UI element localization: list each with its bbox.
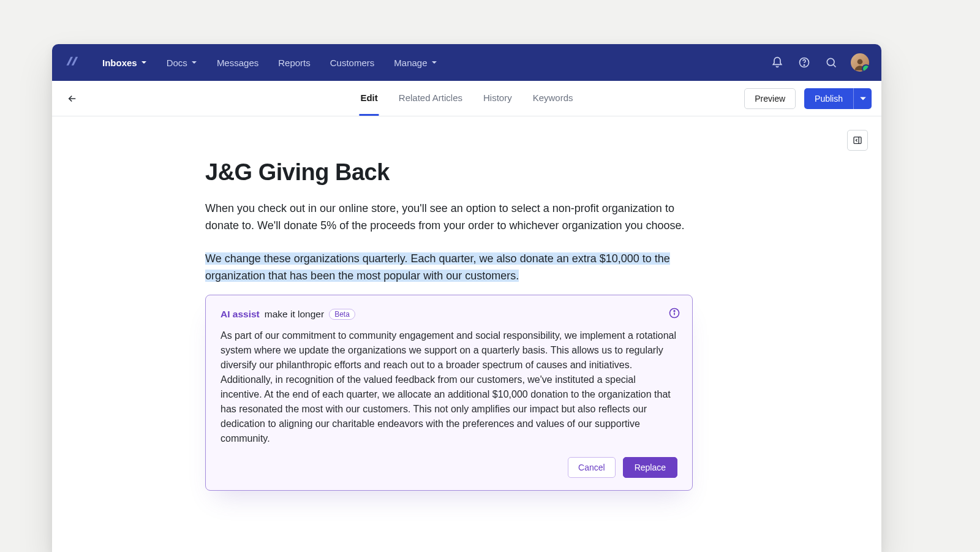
ai-replace-button[interactable]: Replace [623, 457, 677, 478]
bell-icon [771, 56, 783, 69]
publish-split-button: Publish [804, 88, 872, 109]
search-button[interactable] [820, 51, 842, 74]
help-icon [798, 56, 810, 69]
document-title[interactable]: J&G Giving Back [205, 159, 728, 186]
document-paragraph[interactable]: When you check out in our online store, … [205, 200, 695, 235]
top-nav: Inboxes Docs Messages Reports Customers … [52, 44, 881, 81]
tab-history[interactable]: History [482, 81, 513, 116]
beta-badge: Beta [329, 309, 355, 320]
search-icon [825, 56, 837, 69]
nav-label: Docs [167, 58, 187, 68]
ai-cancel-button[interactable]: Cancel [568, 457, 616, 478]
nav-item-manage[interactable]: Manage [386, 54, 444, 72]
ai-assist-header: AI assist make it longer Beta [221, 309, 677, 320]
svg-rect-4 [854, 137, 861, 144]
person-icon [852, 56, 868, 72]
toggle-side-panel-button[interactable] [847, 130, 868, 151]
panel-collapse-icon [853, 135, 862, 145]
publish-dropdown-toggle[interactable] [853, 88, 872, 109]
ai-info-button[interactable] [668, 306, 681, 320]
nav-item-customers[interactable]: Customers [323, 54, 382, 72]
svg-point-2 [827, 58, 834, 66]
nav-item-inboxes[interactable]: Inboxes [95, 54, 154, 72]
nav-label: Reports [278, 58, 311, 68]
nav-item-docs[interactable]: Docs [159, 54, 205, 72]
ai-assist-panel: AI assist make it longer Beta As part of… [205, 295, 693, 491]
tab-related-articles[interactable]: Related Articles [398, 81, 464, 116]
nav-item-messages[interactable]: Messages [209, 54, 266, 72]
ai-assist-prompt: make it longer [265, 309, 324, 320]
chevron-down-icon [431, 59, 437, 66]
editor-tabs: Edit Related Articles History Keywords [359, 81, 574, 116]
nav-label: Customers [330, 58, 375, 68]
notifications-button[interactable] [766, 51, 788, 74]
ai-assist-label: AI assist [221, 309, 260, 320]
tab-keywords[interactable]: Keywords [532, 81, 575, 116]
toolbar-actions: Preview Publish [744, 88, 872, 109]
document-editor: J&G Giving Back When you check out in ou… [52, 116, 881, 491]
chevron-down-icon [141, 59, 147, 66]
info-icon [668, 307, 680, 319]
svg-point-1 [804, 65, 804, 66]
selected-text-wrap: We change these organizations quarterly.… [205, 251, 695, 285]
preview-button[interactable]: Preview [744, 88, 796, 109]
tab-edit[interactable]: Edit [359, 81, 379, 116]
help-button[interactable] [793, 51, 815, 74]
nav-label: Inboxes [102, 58, 137, 68]
publish-button[interactable]: Publish [804, 88, 853, 109]
editor-toolbar: Edit Related Articles History Keywords P… [52, 81, 881, 116]
arrow-left-icon [67, 93, 78, 104]
chevron-down-icon [859, 95, 867, 102]
ai-suggestion-text: As part of our commitment to community e… [221, 328, 677, 446]
svg-point-6 [674, 310, 675, 311]
back-button[interactable] [62, 88, 83, 109]
nav-label: Messages [217, 58, 258, 68]
svg-point-3 [858, 59, 863, 64]
ai-actions: Cancel Replace [221, 457, 677, 478]
user-avatar[interactable] [851, 53, 869, 72]
chevron-down-icon [191, 59, 197, 66]
nav-label: Manage [394, 58, 427, 68]
nav-item-reports[interactable]: Reports [271, 54, 318, 72]
selected-text[interactable]: We change these organizations quarterly.… [205, 252, 670, 282]
app-logo-icon [64, 54, 81, 71]
app-window: Inboxes Docs Messages Reports Customers … [52, 44, 881, 552]
